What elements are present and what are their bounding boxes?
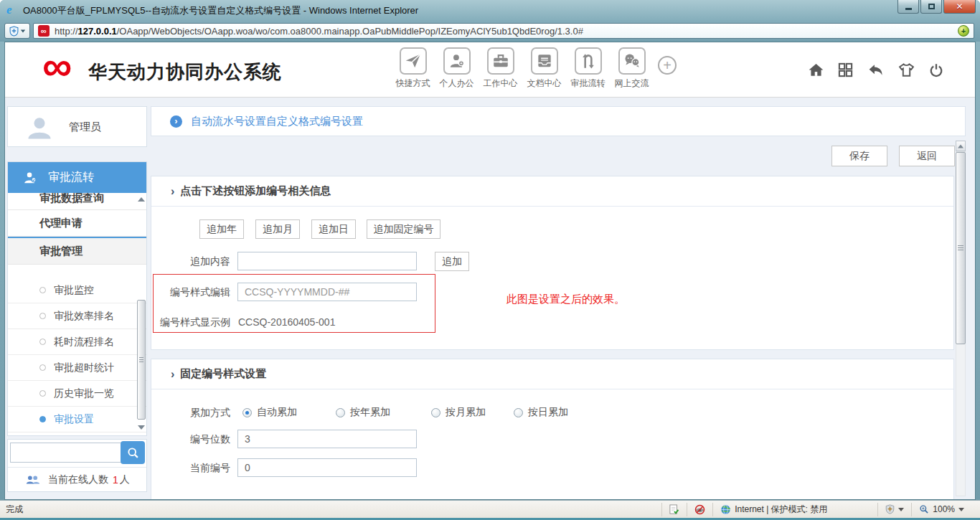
sidebar-subitem-time-rank[interactable]: 耗时流程排名 xyxy=(8,329,146,355)
home-icon[interactable] xyxy=(807,61,825,79)
nav-label: 文档中心 xyxy=(527,77,562,90)
section-fixed-number-style: 固定编号样式设置 累加方式 自动累加 按年累加 按月累加 按日累加 编号位数 当… xyxy=(151,359,954,500)
sidebar-scrollbar-thumb[interactable] xyxy=(137,300,146,420)
style-edit-input[interactable] xyxy=(237,283,417,301)
url-field[interactable]: ∞ http://127.0.0.1/OAapp/WebObjects/OAap… xyxy=(33,23,974,39)
briefcase-icon xyxy=(487,47,514,75)
append-content-label: 追加内容 xyxy=(150,252,230,270)
person-check-icon xyxy=(22,170,38,186)
chevron-down-icon xyxy=(20,29,24,32)
append-day-button[interactable]: 追加日 xyxy=(311,219,356,239)
radio-daily-accumulate[interactable]: 按日累加 xyxy=(514,407,568,418)
add-shortcut-icon[interactable]: + xyxy=(658,56,677,75)
accumulate-mode-label: 累加方式 xyxy=(150,403,230,422)
compatibility-button[interactable] xyxy=(4,23,30,39)
status-tracking-segment xyxy=(687,503,712,516)
sidebar-item-data-query[interactable]: 审批数据查询 xyxy=(8,193,146,210)
nav-item-document-center[interactable]: 文档中心 xyxy=(522,47,566,90)
radio-yearly-accumulate[interactable]: 按年累加 xyxy=(336,407,390,418)
nav-label: 个人办公 xyxy=(440,77,474,90)
security-orb-icon[interactable]: + xyxy=(958,25,969,37)
status-text: 完成 xyxy=(0,504,661,516)
url-scheme: http:// xyxy=(55,26,78,37)
append-fixed-number-button[interactable]: 追加固定编号 xyxy=(367,219,440,239)
user-card: 管理员 xyxy=(7,106,147,147)
search-button[interactable] xyxy=(121,441,145,464)
maximize-button[interactable] xyxy=(920,0,942,14)
search-icon xyxy=(126,446,140,460)
scroll-up-button[interactable] xyxy=(956,141,966,151)
sidebar-subitem-history-list[interactable]: 历史审批一览 xyxy=(8,381,146,407)
status-zone-segment: Internet | 保护模式: 禁用 xyxy=(712,503,877,516)
user-name: 管理员 xyxy=(69,120,101,134)
annotation-text: 此图是设置之后的效果。 xyxy=(507,293,625,306)
style-edit-label: 编号样式编辑 xyxy=(150,283,230,301)
sidebar-subitem-efficiency-rank[interactable]: 审批效率排名 xyxy=(8,303,146,329)
radio-auto-accumulate[interactable]: 自动累加 xyxy=(242,407,297,418)
brand-logo-icon: ∞ xyxy=(42,42,72,93)
sidebar-item-agent-apply[interactable]: 代理申请 xyxy=(8,210,146,237)
sidebar-item-approval-manage[interactable]: 审批管理 xyxy=(8,238,146,265)
nav-item-work-center[interactable]: 工作中心 xyxy=(479,47,522,90)
page-check-icon xyxy=(669,504,679,515)
status-shield-segment[interactable] xyxy=(877,503,911,516)
current-number-label: 当前编号 xyxy=(150,458,230,477)
app-header: ∞ 华天动力协同办公系统 快捷方式 个人办公 工作中心 文档中心 xyxy=(5,42,975,98)
address-bar: ∞ http://127.0.0.1/OAapp/WebObjects/OAap… xyxy=(0,20,980,42)
nav-item-shortcuts[interactable]: 快捷方式 xyxy=(391,47,435,90)
subitem-label: 审批效率排名 xyxy=(54,310,114,323)
append-month-button[interactable]: 追加月 xyxy=(255,219,300,239)
power-logout-icon[interactable] xyxy=(928,62,945,79)
bullet-icon xyxy=(39,313,46,319)
nav-item-online-chat[interactable]: 网上交流 xyxy=(610,47,654,90)
nav-label: 审批流转 xyxy=(571,77,606,90)
main-scrollbar-thumb[interactable] xyxy=(956,152,966,344)
sidebar-item-label: 审批数据查询 xyxy=(39,193,104,205)
radio-label: 按月累加 xyxy=(446,406,486,419)
save-button[interactable]: 保存 xyxy=(831,146,887,166)
append-button[interactable]: 追加 xyxy=(435,252,469,271)
window-controls: ✕ xyxy=(896,0,976,14)
sidebar-subitem-timeout-stats[interactable]: 审批超时统计 xyxy=(8,355,146,381)
digits-input[interactable] xyxy=(237,430,417,448)
browser-viewport: ∞ 华天动力协同办公系统 快捷方式 个人办公 工作中心 文档中心 xyxy=(4,42,976,500)
search-input[interactable] xyxy=(10,443,123,463)
minimize-button[interactable] xyxy=(897,0,919,14)
close-button[interactable]: ✕ xyxy=(943,0,976,14)
sidebar-scroll-up-icon[interactable] xyxy=(138,197,145,202)
theme-tshirt-icon[interactable] xyxy=(897,61,915,79)
status-script-segment xyxy=(661,503,687,516)
zoom-level-text: 100% xyxy=(933,504,955,514)
back-button[interactable]: 返回 xyxy=(899,146,955,166)
arrow-circle-icon: › xyxy=(170,115,182,128)
browser-window: e OA8000平台版_FPLMYSQL5--自动流水号设置自定义格式编号设置 … xyxy=(0,0,980,520)
brand-name: 华天动力协同办公系统 xyxy=(88,60,282,85)
sidebar-group-approval-flow[interactable]: 审批流转 xyxy=(8,162,146,193)
nav-item-personal-office[interactable]: 个人办公 xyxy=(435,47,479,90)
zoom-magnifier-icon xyxy=(919,504,929,514)
sidebar-scroll-down-icon[interactable] xyxy=(138,425,145,430)
avatar xyxy=(24,112,55,143)
window-titlebar: e OA8000平台版_FPLMYSQL5--自动流水号设置自定义格式编号设置 … xyxy=(0,0,980,20)
scroll-up-icon xyxy=(958,144,963,148)
nav-item-approval-flow[interactable]: 审批流转 xyxy=(566,47,610,90)
subitem-label: 审批超时统计 xyxy=(54,361,114,374)
back-arrow-icon[interactable] xyxy=(866,61,885,79)
digits-label: 编号位数 xyxy=(150,430,230,448)
radio-label: 自动累加 xyxy=(257,406,297,419)
radio-monthly-accumulate[interactable]: 按月累加 xyxy=(431,407,486,418)
append-content-input[interactable] xyxy=(237,252,417,270)
radio-icon xyxy=(514,408,523,417)
grid-apps-icon[interactable] xyxy=(837,62,854,78)
status-zoom-segment[interactable]: 100% xyxy=(911,503,980,516)
header-actions xyxy=(807,61,945,79)
page-title-bar: › 自动流水号设置自定义格式编号设置 xyxy=(151,106,966,136)
current-number-input[interactable] xyxy=(237,458,417,477)
subitem-label: 耗时流程排名 xyxy=(54,336,114,349)
sidebar-subitem-approval-monitor[interactable]: 审批监控 xyxy=(8,278,146,303)
online-unit: 人 xyxy=(120,473,130,486)
site-favicon: ∞ xyxy=(38,25,50,37)
sidebar-subitem-approval-settings[interactable]: 审批设置 xyxy=(8,407,146,432)
append-year-button[interactable]: 追加年 xyxy=(199,219,244,239)
url-domain: 127.0.0.1 xyxy=(78,26,117,37)
